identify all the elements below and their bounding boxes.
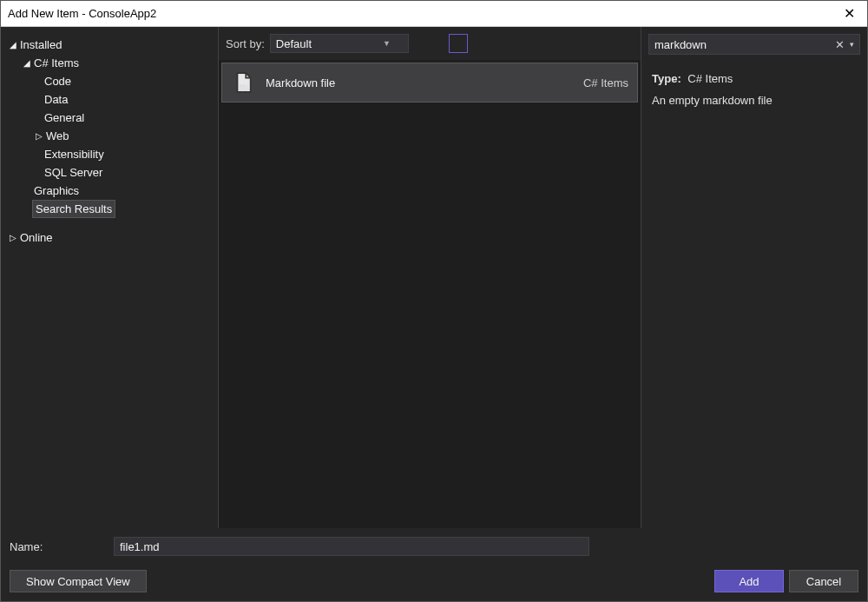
window-title: Add New Item - ConsoleApp2	[8, 7, 838, 20]
tree-item-general[interactable]: General	[10, 109, 217, 127]
sortby-dropdown[interactable]: Default ▼	[270, 34, 409, 53]
tree-label: Graphics	[34, 184, 79, 197]
tree-item-web[interactable]: ▷ Web	[10, 127, 217, 145]
content-area: ◢ Installed ◢ C# Items Code Data General…	[1, 27, 867, 528]
chevron-down-icon: ▼	[383, 39, 391, 48]
template-category: C# Items	[583, 76, 628, 89]
chevron-right-icon[interactable]: ▷	[36, 131, 46, 141]
sortby-label: Sort by:	[226, 37, 265, 50]
search-box[interactable]: ✕ ▾	[648, 34, 860, 55]
type-value: C# Items	[687, 72, 733, 85]
clear-search-icon[interactable]: ✕	[832, 38, 848, 51]
chevron-right-icon[interactable]: ▷	[10, 233, 20, 242]
tree-label: Extensibility	[44, 148, 104, 161]
category-sidebar: ◢ Installed ◢ C# Items Code Data General…	[1, 27, 218, 528]
markdown-file-icon: M↓	[231, 70, 255, 95]
button-row: Show Compact View Add Cancel	[10, 570, 858, 592]
name-input[interactable]	[114, 537, 589, 556]
tree-label: SQL Server	[44, 166, 102, 179]
button-label: Add	[739, 575, 759, 588]
search-dropdown-icon[interactable]: ▾	[848, 40, 856, 49]
tree-item-extensibility[interactable]: Extensibility	[10, 145, 217, 163]
tree-item-online[interactable]: ▷ Online	[10, 228, 217, 247]
tree-label: Installed	[20, 38, 62, 51]
search-input[interactable]	[653, 36, 832, 53]
tree-item-csitems[interactable]: ◢ C# Items	[10, 54, 217, 72]
tree-item-sqlserver[interactable]: SQL Server	[10, 163, 217, 182]
button-label: Show Compact View	[26, 575, 130, 588]
tree-label: Data	[44, 93, 68, 106]
template-row[interactable]: M↓ Markdown file C# Items	[221, 63, 638, 103]
tree-item-code[interactable]: Code	[10, 72, 217, 90]
close-icon[interactable]: ✕	[838, 5, 860, 22]
tree-label: General	[44, 111, 84, 124]
name-label: Name:	[10, 540, 114, 553]
tree-label: C# Items	[34, 56, 79, 69]
tree-item-data[interactable]: Data	[10, 90, 217, 109]
search-toolbar: ✕ ▾	[641, 27, 867, 62]
name-row: Name:	[10, 537, 858, 556]
chevron-down-icon[interactable]: ◢	[10, 40, 20, 50]
template-description: An empty markdown file	[652, 94, 857, 107]
tree-label: Online	[20, 231, 53, 244]
tree-item-installed[interactable]: ◢ Installed	[10, 36, 217, 54]
tree-label: Code	[44, 75, 71, 88]
cancel-button[interactable]: Cancel	[789, 570, 858, 592]
title-bar: Add New Item - ConsoleApp2 ✕	[1, 1, 867, 27]
view-list-button[interactable]	[449, 34, 468, 53]
tree-item-searchresults[interactable]: Search Results	[32, 200, 115, 218]
template-name: Markdown file	[266, 76, 573, 89]
compact-view-button[interactable]: Show Compact View	[10, 570, 147, 592]
chevron-down-icon[interactable]: ◢	[23, 58, 34, 68]
details-panel: ✕ ▾ Type: C# Items An empty markdown fil…	[641, 27, 867, 528]
sortby-value: Default	[276, 37, 312, 50]
svg-text:M↓: M↓	[240, 83, 250, 92]
button-label: Cancel	[806, 575, 841, 588]
template-list: M↓ Markdown file C# Items	[219, 60, 641, 528]
view-grid-button[interactable]	[424, 34, 444, 53]
type-label: Type:	[652, 72, 681, 85]
tree-item-graphics[interactable]: Graphics	[10, 182, 217, 200]
tree-label: Web	[46, 129, 69, 142]
template-details: Type: C# Items An empty markdown file	[641, 62, 867, 117]
type-row: Type: C# Items	[652, 72, 857, 85]
footer-bar: Name: Show Compact View Add Cancel	[1, 528, 867, 601]
tree-label: Search Results	[36, 202, 112, 215]
add-button[interactable]: Add	[714, 570, 784, 592]
center-toolbar: Sort by: Default ▼	[219, 27, 641, 60]
template-panel: Sort by: Default ▼	[218, 27, 641, 528]
